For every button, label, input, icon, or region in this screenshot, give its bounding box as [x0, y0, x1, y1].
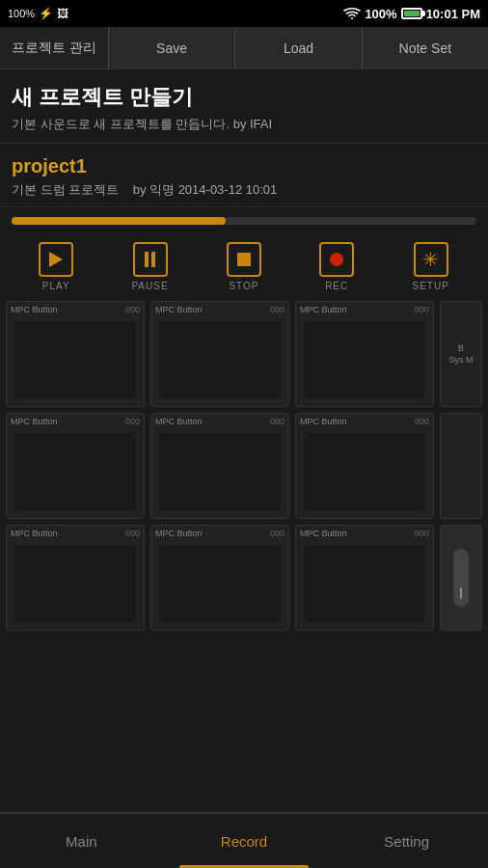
- mpc-pad-2-label: MPC Button: [155, 305, 203, 314]
- mpc-pad-4-label: MPC Button: [11, 417, 58, 426]
- progress-bar-fill: [12, 217, 226, 225]
- top-nav-buttons: Save Load Note Set: [108, 27, 488, 69]
- stop-button[interactable]: STOP: [227, 242, 261, 291]
- mpc-pad-4[interactable]: MPC Button 000: [6, 413, 145, 519]
- side-label-b: B: [458, 343, 464, 353]
- bottom-nav-main[interactable]: Main: [0, 814, 163, 868]
- side-panel-bottom[interactable]: [440, 525, 482, 631]
- note-set-button[interactable]: Note Set: [362, 27, 488, 69]
- transport-controls: PLAY PAUSE STOP REC ✳ SETUP: [0, 234, 488, 293]
- mpc-pad-7[interactable]: MPC Button 000: [6, 525, 145, 631]
- mpc-pad-6-value: 000: [415, 417, 429, 426]
- usb-icon: ⚡: [39, 7, 53, 20]
- mpc-pad-2-value: 000: [270, 305, 285, 314]
- mpc-pad-3-label: MPC Button: [300, 305, 347, 314]
- mpc-pad-1[interactable]: MPC Button 000: [6, 301, 145, 407]
- side-panel-top[interactable]: B Sys M: [440, 301, 482, 407]
- time-display: 10:01 PM: [426, 7, 480, 21]
- mpc-pad-5-label: MPC Button: [155, 417, 203, 426]
- mpc-pad-1-label: MPC Button: [11, 305, 58, 314]
- top-nav-title: 프로젝트 관리: [0, 40, 108, 57]
- mpc-pad-3-value: 000: [415, 305, 429, 314]
- progress-bar-bg: [12, 217, 476, 225]
- side-empty-1: [440, 413, 482, 519]
- mpc-pad-1-value: 000: [125, 305, 140, 314]
- mpc-pad-9-value: 000: [415, 529, 429, 538]
- top-nav: 프로젝트 관리 Save Load Note Set: [0, 27, 488, 69]
- mpc-grid-wrapper: MPC Button 000 MPC Button 000 MPC Button…: [0, 293, 488, 637]
- mpc-grid: MPC Button 000 MPC Button 000 MPC Button…: [6, 301, 434, 631]
- load-button[interactable]: Load: [234, 27, 361, 69]
- project-item[interactable]: project1 기본 드럼 프로젝트 by 익명 2014-03-12 10:…: [0, 144, 488, 207]
- side-panel: B Sys M: [440, 301, 482, 631]
- status-right: 100% 10:01 PM: [343, 7, 480, 21]
- play-button[interactable]: PLAY: [39, 242, 73, 291]
- signal-icon: 100%: [8, 8, 35, 19]
- play-label: PLAY: [42, 281, 70, 291]
- side-knob: [453, 549, 469, 607]
- rec-icon: [319, 242, 354, 277]
- side-knob-line: [460, 587, 462, 599]
- project-name: project1: [12, 155, 476, 177]
- bottom-nav-record[interactable]: Record: [163, 814, 326, 868]
- mpc-pad-5-value: 000: [270, 417, 285, 426]
- pause-button[interactable]: PAUSE: [131, 242, 168, 291]
- mpc-pad-8-label: MPC Button: [155, 529, 203, 538]
- mpc-pad-5[interactable]: MPC Button 000: [150, 413, 289, 519]
- bottom-nav-setting[interactable]: Setting: [325, 814, 488, 868]
- play-icon: [39, 242, 73, 277]
- rec-label: REC: [325, 281, 348, 291]
- wifi-icon: [343, 7, 361, 20]
- side-label-sysm: Sys M: [448, 355, 473, 365]
- mpc-pad-4-value: 000: [125, 417, 140, 426]
- project-author-date: by 익명 2014-03-12 10:01: [133, 182, 278, 197]
- stop-label: STOP: [229, 281, 258, 291]
- mpc-pad-6[interactable]: MPC Button 000: [295, 413, 434, 519]
- mpc-pad-7-value: 000: [125, 529, 140, 538]
- project-desc: 기본 드럼 프로젝트: [12, 182, 119, 197]
- status-left: 100% ⚡ 🖼: [8, 7, 68, 20]
- mpc-pad-9[interactable]: MPC Button 000: [295, 525, 434, 631]
- setup-label: SETUP: [413, 281, 449, 291]
- mpc-pad-7-label: MPC Button: [11, 529, 58, 538]
- pause-label: PAUSE: [131, 281, 168, 291]
- project-meta: 기본 드럼 프로젝트 by 익명 2014-03-12 10:01: [12, 181, 476, 199]
- pause-icon: [133, 242, 168, 277]
- bottom-nav-record-label: Record: [221, 833, 267, 850]
- new-project-desc: 기본 사운드로 새 프로젝트를 만듭니다. by IFAI: [12, 116, 476, 133]
- new-project-section: 새 프로젝트 만들기 기본 사운드로 새 프로젝트를 만듭니다. by IFAI: [0, 69, 488, 144]
- setup-button[interactable]: ✳ SETUP: [413, 242, 449, 291]
- mpc-pad-6-label: MPC Button: [300, 417, 347, 426]
- status-bar: 100% ⚡ 🖼 100% 10:01 PM: [0, 0, 488, 27]
- mpc-pad-8-value: 000: [270, 529, 285, 538]
- save-button[interactable]: Save: [108, 27, 234, 69]
- progress-container: [0, 207, 488, 234]
- mpc-pad-9-label: MPC Button: [300, 529, 347, 538]
- battery-icon: [401, 8, 422, 19]
- setup-icon: ✳: [414, 242, 448, 277]
- bottom-nav-main-label: Main: [66, 833, 97, 850]
- mpc-pad-8[interactable]: MPC Button 000: [150, 525, 289, 631]
- new-project-title: 새 프로젝트 만들기: [12, 83, 476, 112]
- mpc-pad-3[interactable]: MPC Button 000: [295, 301, 434, 407]
- bottom-nav-setting-label: Setting: [384, 833, 429, 850]
- rec-button[interactable]: REC: [319, 242, 354, 291]
- image-icon: 🖼: [57, 7, 68, 20]
- stop-icon: [227, 242, 261, 277]
- mpc-pad-2[interactable]: MPC Button 000: [150, 301, 289, 407]
- battery-percent: 100%: [365, 7, 396, 21]
- bottom-nav: Main Record Setting: [0, 812, 488, 868]
